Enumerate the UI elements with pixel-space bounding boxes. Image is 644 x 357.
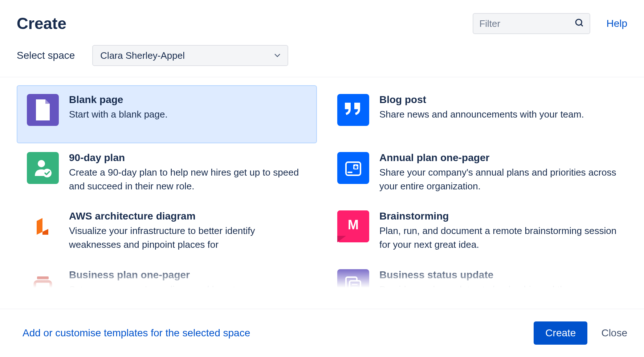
template-card-biz-plan[interactable]: Business plan one-pagerSet your company'…	[17, 260, 317, 288]
template-title: Annual plan one-pager	[379, 152, 617, 164]
template-title: Business status update	[379, 269, 617, 281]
template-title: 90-day plan	[69, 152, 307, 164]
create-dialog: Create Help Select space Clara Sherley-A…	[0, 0, 644, 357]
doc-list-icon	[337, 269, 369, 288]
create-button[interactable]: Create	[534, 321, 587, 345]
svg-rect-11	[35, 282, 51, 288]
template-text: Blank pageStart with a blank page.	[69, 94, 307, 122]
template-text: Blog postShare news and announcements wi…	[379, 94, 617, 122]
dialog-header: Create Help	[0, 0, 644, 45]
template-title: Blank page	[69, 94, 307, 106]
filter-field-wrapper	[473, 13, 590, 34]
template-card-brainstorm[interactable]: MBrainstormingPlan, run, and document a …	[327, 202, 627, 260]
dialog-title: Create	[17, 15, 66, 33]
template-text: AWS architecture diagramVisualize your i…	[69, 210, 307, 251]
template-title: Blog post	[379, 94, 617, 106]
template-text: Annual plan one-pagerShare your company'…	[379, 152, 617, 193]
template-description: Provide regular updates to leadership an…	[379, 283, 617, 288]
lucid-icon	[27, 210, 59, 242]
templates-area: Blank pageStart with a blank page.Blog p…	[0, 77, 644, 288]
template-description: Start with a blank page.	[69, 108, 307, 122]
templates-grid: Blank pageStart with a blank page.Blog p…	[17, 85, 627, 288]
template-text: Business status updateProvide regular up…	[379, 269, 617, 288]
customise-templates-link[interactable]: Add or customise templates for the selec…	[23, 327, 250, 339]
page-icon	[27, 94, 59, 126]
space-selector-value: Clara Sherley-Appel	[100, 50, 185, 61]
footer-actions: Create Close	[534, 321, 627, 345]
svg-rect-5	[346, 162, 360, 175]
svg-point-3	[38, 160, 45, 167]
template-description: Visualize your infrastructure to better …	[69, 224, 307, 251]
template-card-aws-arch[interactable]: AWS architecture diagramVisualize your i…	[17, 202, 317, 260]
dialog-footer: Add or customise templates for the selec…	[0, 309, 644, 357]
mural-icon: M	[337, 210, 369, 242]
close-button[interactable]: Close	[601, 327, 627, 339]
star-doc-icon	[337, 152, 369, 184]
box-icon	[27, 269, 59, 288]
svg-rect-10	[37, 276, 49, 279]
chevron-down-icon	[274, 52, 280, 59]
template-card-90-day-plan[interactable]: 90-day planCreate a 90-day plan to help …	[17, 143, 317, 202]
template-card-blank-page[interactable]: Blank pageStart with a blank page.	[17, 85, 317, 143]
template-card-blog-post[interactable]: Blog postShare news and announcements wi…	[327, 85, 627, 143]
template-card-annual-plan[interactable]: Annual plan one-pagerShare your company'…	[327, 143, 627, 202]
space-selector[interactable]: Clara Sherley-Appel	[92, 45, 288, 66]
template-description: Share your company's annual plans and pr…	[379, 166, 617, 193]
template-title: AWS architecture diagram	[69, 210, 307, 222]
select-space-label: Select space	[17, 50, 75, 61]
svg-text:M: M	[348, 217, 359, 232]
template-text: BrainstormingPlan, run, and document a r…	[379, 210, 617, 251]
filter-input[interactable]	[473, 13, 590, 34]
template-text: 90-day planCreate a 90-day plan to help …	[69, 152, 307, 193]
template-title: Business plan one-pager	[69, 269, 307, 281]
template-title: Brainstorming	[379, 210, 617, 222]
template-description: Create a 90-day plan to help new hires g…	[69, 166, 307, 193]
quote-icon	[337, 94, 369, 126]
header-actions: Help	[473, 13, 627, 34]
template-description: Set your company's medium- and long-term	[69, 283, 307, 288]
select-space-row: Select space Clara Sherley-Appel	[0, 45, 644, 77]
user-check-icon	[27, 152, 59, 184]
template-description: Plan, run, and document a remote brainst…	[379, 224, 617, 251]
help-link[interactable]: Help	[606, 18, 627, 29]
template-card-biz-status[interactable]: Business status updateProvide regular up…	[327, 260, 627, 288]
template-text: Business plan one-pagerSet your company'…	[69, 269, 307, 288]
template-description: Share news and announcements with your t…	[379, 108, 617, 122]
